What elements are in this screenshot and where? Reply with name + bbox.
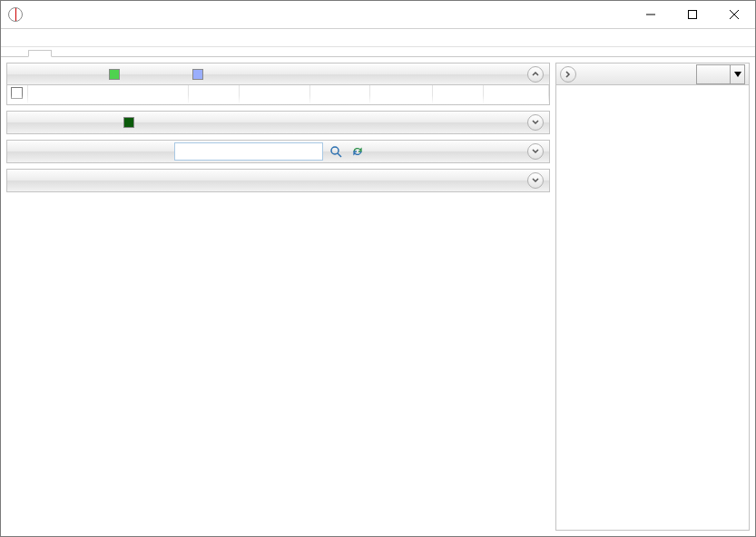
handles-search-row bbox=[174, 142, 367, 161]
menubar bbox=[1, 29, 755, 47]
col-checkbox[interactable] bbox=[7, 85, 27, 104]
process-table-header-row bbox=[7, 85, 549, 104]
panel-modules-header[interactable] bbox=[7, 170, 549, 191]
graphs-container bbox=[556, 85, 749, 530]
views-label bbox=[697, 73, 730, 76]
darkgreen-swatch-icon bbox=[123, 117, 134, 128]
max-freq-legend bbox=[192, 69, 207, 80]
window-buttons bbox=[630, 1, 755, 28]
blue-swatch-icon bbox=[192, 69, 203, 80]
col-description[interactable] bbox=[239, 85, 309, 104]
app-window bbox=[0, 0, 756, 537]
col-threads[interactable] bbox=[370, 85, 433, 104]
panel-services bbox=[6, 111, 550, 134]
expand-modules-button[interactable] bbox=[527, 172, 544, 189]
process-table-scroll[interactable] bbox=[7, 85, 549, 104]
tabs bbox=[1, 47, 755, 57]
svg-point-4 bbox=[331, 147, 339, 154]
maximize-button[interactable] bbox=[672, 1, 713, 28]
panel-handles bbox=[6, 140, 550, 163]
collapse-processes-button[interactable] bbox=[527, 66, 544, 83]
tab-cpu[interactable] bbox=[28, 50, 52, 57]
cpu-usage-legend bbox=[109, 69, 123, 80]
svg-rect-1 bbox=[689, 11, 697, 19]
col-avg[interactable] bbox=[483, 85, 548, 104]
tab-network[interactable] bbox=[99, 50, 123, 57]
panel-services-header[interactable] bbox=[7, 112, 549, 133]
panel-processes-header[interactable] bbox=[7, 63, 549, 85]
services-cpu-legend bbox=[123, 117, 138, 128]
collapse-right-pane-button[interactable] bbox=[560, 66, 576, 83]
panel-handles-header[interactable] bbox=[7, 141, 549, 162]
col-image[interactable] bbox=[27, 85, 189, 104]
svg-line-5 bbox=[338, 153, 341, 157]
tab-overview[interactable] bbox=[5, 50, 28, 57]
left-pane bbox=[1, 57, 550, 536]
right-pane bbox=[555, 63, 750, 531]
expand-handles-button[interactable] bbox=[527, 143, 544, 160]
process-table bbox=[7, 85, 549, 104]
col-cpu[interactable] bbox=[433, 85, 484, 104]
panel-modules bbox=[6, 169, 550, 192]
close-button[interactable] bbox=[713, 1, 755, 28]
expand-services-button[interactable] bbox=[527, 114, 544, 131]
refresh-icon[interactable] bbox=[349, 142, 367, 161]
tab-disk[interactable] bbox=[75, 50, 99, 57]
col-pid[interactable] bbox=[189, 85, 240, 104]
green-swatch-icon bbox=[109, 69, 120, 80]
views-dropdown[interactable] bbox=[696, 64, 745, 84]
search-icon[interactable] bbox=[327, 142, 345, 161]
search-handles-input[interactable] bbox=[174, 142, 323, 161]
chevron-down-icon bbox=[730, 65, 744, 83]
checkbox-icon[interactable] bbox=[11, 87, 23, 99]
content bbox=[1, 57, 755, 536]
minimize-button[interactable] bbox=[630, 1, 672, 28]
tab-memory[interactable] bbox=[52, 50, 75, 57]
titlebar[interactable] bbox=[1, 1, 755, 29]
right-pane-header bbox=[556, 63, 749, 85]
app-icon bbox=[8, 7, 23, 22]
svg-marker-6 bbox=[734, 72, 741, 77]
col-status[interactable] bbox=[309, 85, 370, 104]
panel-processes bbox=[6, 63, 550, 105]
